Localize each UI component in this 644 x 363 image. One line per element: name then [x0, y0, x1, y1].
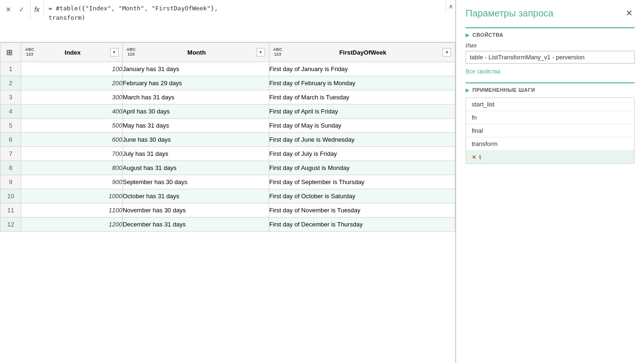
close-panel-button[interactable]: ✕	[623, 8, 635, 19]
name-field-label: Имя	[466, 42, 635, 49]
col-header-month: ABC123 Month ▾	[122, 43, 269, 62]
col-type-badge-month: ABC123	[127, 48, 136, 57]
cell-firstday: First day of March is Tuesday	[269, 90, 455, 105]
cell-month: April has 30 days	[122, 105, 269, 119]
name-input[interactable]	[466, 51, 635, 64]
col-header-index: ABC123 Index ▾	[21, 43, 122, 62]
table-row: 2 200 February has 29 days First day of …	[0, 76, 455, 90]
table-row: 1 100 January has 31 days First day of J…	[0, 62, 455, 76]
cell-firstday: First day of August is Monday	[269, 161, 455, 175]
table-row: 12 1200 December has 31 days First day o…	[0, 218, 455, 232]
cell-firstday: First day of October is Saturday	[269, 189, 455, 203]
cell-month: June has 30 days	[122, 133, 269, 147]
steps-list: start_listfnfinaltransform✕t	[466, 97, 635, 164]
step-item[interactable]: fn	[466, 111, 634, 124]
cell-index: 1200	[21, 218, 122, 232]
cell-index: 300	[21, 90, 122, 105]
col-dropdown-firstday[interactable]: ▾	[443, 48, 451, 56]
table-row: 4 400 April has 30 days First day of Apr…	[0, 105, 455, 119]
left-panel: ✕ ✓ fx ∧ ⊞ ABC123 Index	[0, 0, 456, 363]
row-num-cell: 10	[0, 189, 21, 203]
data-table-area: ⊞ ABC123 Index ▾ ABC123 Month	[0, 42, 455, 363]
table-grid-icon: ⊞	[6, 48, 12, 57]
col-header-firstday-label: FirstDayOfWeek	[285, 49, 441, 56]
cell-month: July has 31 days	[122, 147, 269, 161]
row-num-cell: 2	[0, 76, 21, 90]
properties-section-label: ▶ СВОЙСТВА	[466, 27, 635, 38]
table-row: 7 700 July has 31 days First day of July…	[0, 147, 455, 161]
cell-index: 100	[21, 62, 122, 76]
formula-bar: ✕ ✓ fx ∧	[0, 0, 455, 42]
cell-month: September has 30 days	[122, 175, 269, 189]
cell-firstday: First day of January is Friday	[269, 62, 455, 76]
cell-firstday: First day of February is Monday	[269, 76, 455, 90]
table-row: 8 800 August has 31 days First day of Au…	[0, 161, 455, 175]
col-header-firstday: ABC123 FirstDayOfWeek ▾	[269, 43, 455, 62]
steps-triangle-icon: ▶	[466, 88, 470, 93]
cell-month: December has 31 days	[122, 218, 269, 232]
step-error-icon: ✕	[472, 154, 476, 161]
data-table: ⊞ ABC123 Index ▾ ABC123 Month	[0, 42, 455, 232]
cell-firstday: First day of November is Tuesday	[269, 203, 455, 218]
step-item[interactable]: start_list	[466, 98, 634, 111]
col-header-index-label: Index	[37, 49, 108, 56]
step-label: t	[479, 153, 481, 161]
row-num-cell: 5	[0, 119, 21, 133]
row-num-cell: 11	[0, 203, 21, 218]
row-num-cell: 9	[0, 175, 21, 189]
step-label: start_list	[472, 101, 494, 108]
row-num-cell: 7	[0, 147, 21, 161]
row-num-cell: 3	[0, 90, 21, 105]
table-row: 3 300 March has 31 days First day of Mar…	[0, 90, 455, 105]
cell-month: January has 31 days	[122, 62, 269, 76]
table-row: 10 1000 October has 31 days First day of…	[0, 189, 455, 203]
formula-expand-button[interactable]: ∧	[446, 0, 455, 13]
confirm-formula-button[interactable]: ✓	[16, 4, 27, 15]
cell-index: 900	[21, 175, 122, 189]
formula-input[interactable]	[44, 0, 446, 35]
step-label: transform	[472, 140, 498, 147]
cell-index: 400	[21, 105, 122, 119]
row-num-cell: 12	[0, 218, 21, 232]
row-num-cell: 8	[0, 161, 21, 175]
right-panel-header: Параметры запроса ✕	[466, 8, 635, 19]
col-dropdown-month[interactable]: ▾	[257, 48, 265, 56]
cell-firstday: First day of April is Friday	[269, 105, 455, 119]
cancel-formula-button[interactable]: ✕	[3, 4, 14, 15]
table-row: 5 500 May has 31 days First day of May i…	[0, 119, 455, 133]
steps-section-label: ▶ ПРИМЕНЕННЫЕ ШАГИ	[466, 82, 635, 93]
col-type-badge-index: ABC123	[25, 48, 34, 57]
step-item[interactable]: ✕t	[466, 151, 634, 163]
all-properties-link[interactable]: Все свойства	[466, 68, 635, 75]
col-dropdown-index[interactable]: ▾	[110, 48, 119, 56]
cell-index: 600	[21, 133, 122, 147]
step-item[interactable]: transform	[466, 137, 634, 151]
cell-index: 200	[21, 76, 122, 90]
row-num-header: ⊞	[0, 43, 21, 62]
cell-firstday: First day of June is Wednesday	[269, 133, 455, 147]
cell-index: 1000	[21, 189, 122, 203]
step-label: fn	[472, 114, 477, 121]
row-num-cell: 6	[0, 133, 21, 147]
cell-month: March has 31 days	[122, 90, 269, 105]
step-label: final	[472, 127, 483, 134]
cell-firstday: First day of July is Friday	[269, 147, 455, 161]
cell-firstday: First day of December is Thursday	[269, 218, 455, 232]
cell-index: 500	[21, 119, 122, 133]
row-num-cell: 4	[0, 105, 21, 119]
formula-bar-buttons: ✕ ✓	[0, 0, 31, 19]
cell-firstday: First day of September is Thursday	[269, 175, 455, 189]
table-row: 6 600 June has 30 days First day of June…	[0, 133, 455, 147]
cell-month: May has 31 days	[122, 119, 269, 133]
cell-index: 1100	[21, 203, 122, 218]
right-panel-title: Параметры запроса	[466, 8, 554, 19]
right-panel: Параметры запроса ✕ ▶ СВОЙСТВА Имя Все с…	[456, 0, 644, 363]
properties-triangle-icon: ▶	[466, 32, 470, 38]
cell-month: November has 30 days	[122, 203, 269, 218]
cell-month: February has 29 days	[122, 76, 269, 90]
cell-month: October has 31 days	[122, 189, 269, 203]
col-header-month-label: Month	[138, 49, 255, 56]
fx-label: fx	[31, 2, 44, 17]
step-item[interactable]: final	[466, 124, 634, 137]
row-num-cell: 1	[0, 62, 21, 76]
